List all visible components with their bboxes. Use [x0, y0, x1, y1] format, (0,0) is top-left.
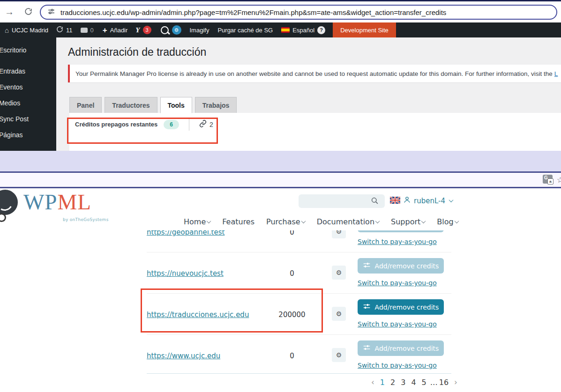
- tab-bar: Panel Traductores Tools Trabajos: [69, 97, 237, 113]
- admin-bar-imagify[interactable]: Imagify: [190, 27, 209, 34]
- search-icon[interactable]: [371, 197, 379, 207]
- add-remove-credits-button[interactable]: Add/remove credits: [358, 299, 444, 315]
- admin-bar-comments[interactable]: 0: [81, 27, 94, 34]
- reload-icon[interactable]: [24, 7, 32, 17]
- wp-admin-main: Administración de traducción Your Permal…: [56, 37, 561, 151]
- tab-trabajos[interactable]: Trabajos: [195, 97, 237, 113]
- row-gear-icon[interactable]: ⚙: [332, 307, 346, 321]
- prev-page-arrow[interactable]: ‹: [371, 377, 374, 387]
- translate-sub-glyph: a: [547, 178, 554, 185]
- site-settings-icon[interactable]: [47, 7, 55, 17]
- site-url-link[interactable]: https://traducciones.ucjc.edu: [147, 311, 249, 319]
- admin-bar-updates[interactable]: 11: [56, 26, 73, 34]
- admin-bar-sg-cache[interactable]: Purgar caché de SG: [217, 27, 273, 34]
- chevron-down-icon: [421, 219, 426, 223]
- next-page-arrow[interactable]: ›: [454, 377, 457, 387]
- screenshot-root: → traducciones.ucjc.edu/wp-admin/admin.p…: [0, 0, 561, 392]
- page-3[interactable]: 3: [401, 378, 405, 387]
- row-gear-icon[interactable]: ⚙: [332, 266, 346, 280]
- page-2[interactable]: 2: [390, 378, 395, 387]
- chevron-down-icon: [449, 198, 454, 202]
- admin-bar-language[interactable]: Español ?: [281, 26, 325, 34]
- credits-value: 200000: [266, 311, 318, 319]
- site-url-link[interactable]: https://nuevoucjc.test: [147, 269, 224, 278]
- url-text[interactable]: traducciones.ucjc.edu/wp-admin/admin.php…: [60, 8, 446, 16]
- page-4[interactable]: 4: [411, 378, 416, 387]
- switch-payg-link[interactable]: Switch to pay-as-you-go: [358, 238, 437, 245]
- wpml-header: WPML by onTheGoSystems rubenL-4 Home Fea…: [0, 188, 561, 230]
- logo-tagline: by onTheGoSystems: [63, 217, 109, 222]
- sidebar-item-paginas[interactable]: Páginas: [0, 127, 56, 143]
- divider: [189, 118, 189, 131]
- chain-icon: [199, 120, 207, 129]
- plus-icon: +: [103, 26, 107, 34]
- wpml-site: https://geopannel.test 0 ⚙ Add/remove cr…: [0, 188, 561, 392]
- help-icon[interactable]: ?: [317, 26, 325, 34]
- yoast-notification-badge: 3: [143, 26, 151, 34]
- wp-sidebar: Escritorio Entradas Eventos Medios Sync …: [0, 37, 56, 151]
- wpml-globe-accent-icon: [0, 213, 6, 222]
- sidebar-item-medios[interactable]: Medios: [0, 95, 56, 111]
- switch-payg-link[interactable]: Switch to pay-as-you-go: [358, 279, 437, 287]
- admin-bar-site[interactable]: ⌂ UCJC Madrid: [5, 27, 48, 34]
- browser-toolbar: → traducciones.ucjc.edu/wp-admin/admin.p…: [0, 0, 561, 22]
- table-row-wwwucjc: https://www.ucjc.edu 0 ⚙ Add/remove cred…: [147, 335, 451, 374]
- page-1[interactable]: 1: [380, 378, 385, 387]
- google-translate-icon[interactable]: G a: [543, 175, 553, 184]
- sidebar-item-sync-post[interactable]: Sync Post: [0, 111, 56, 127]
- site-name[interactable]: UCJC Madrid: [12, 27, 48, 34]
- sliders-icon: [363, 262, 371, 270]
- forward-icon[interactable]: →: [5, 7, 14, 17]
- nav-features[interactable]: Features: [222, 217, 254, 226]
- nav-documentation[interactable]: Documentation: [317, 217, 379, 226]
- gear-icon: ⚙: [172, 25, 181, 35]
- page-16[interactable]: 16: [439, 378, 449, 387]
- wpml-logo[interactable]: WPML: [23, 189, 91, 214]
- spain-flag-icon: [281, 27, 290, 33]
- pagination-ellipsis: …: [430, 378, 437, 387]
- dev-site-badge[interactable]: Development Site: [333, 22, 396, 37]
- sidebar-item-escritorio[interactable]: Escritorio: [0, 42, 56, 58]
- updates-icon: [56, 26, 63, 34]
- q-logo-icon: [161, 26, 169, 34]
- admin-bar-yoast[interactable]: Y 3: [135, 26, 151, 34]
- nav-support[interactable]: Support: [391, 217, 425, 226]
- sidebar-item-eventos[interactable]: Eventos: [0, 79, 56, 95]
- nav-home[interactable]: Home: [184, 217, 210, 226]
- address-bar[interactable]: traducciones.ucjc.edu/wp-admin/admin.php…: [40, 5, 557, 20]
- tools-panel: Créditos prepagos restantes 6 2: [69, 113, 561, 151]
- imagify-label: Imagify: [190, 27, 209, 34]
- admin-bar-new[interactable]: + Añadir: [103, 26, 128, 34]
- admin-bar-settings[interactable]: ⚙: [172, 25, 181, 35]
- wp-admin-bar: ⌂ UCJC Madrid 11 0 + Añadir Y 3 ⚙ Imagif…: [0, 22, 561, 37]
- table-row-nuevoucjc: https://nuevoucjc.test 0 ⚙ Add/remove cr…: [147, 252, 451, 294]
- add-remove-credits-button[interactable]: Add/remove credits: [358, 340, 444, 356]
- switch-payg-link[interactable]: Switch to pay-as-you-go: [358, 320, 437, 328]
- chevron-down-icon: [375, 219, 380, 223]
- tab-panel[interactable]: Panel: [69, 97, 102, 113]
- row-gear-icon[interactable]: ⚙: [332, 348, 346, 362]
- linked-sites[interactable]: 2: [199, 120, 213, 129]
- add-remove-credits-button[interactable]: Add/remove credits: [358, 258, 444, 274]
- dev-site-label: Development Site: [340, 27, 389, 34]
- page-5[interactable]: 5: [422, 378, 426, 387]
- switch-payg-link[interactable]: Switch to pay-as-you-go: [358, 362, 437, 369]
- tab-tools[interactable]: Tools: [160, 97, 192, 113]
- user-menu[interactable]: rubenL-4: [403, 196, 453, 206]
- site-url-link[interactable]: https://www.ucjc.edu: [147, 352, 220, 360]
- prepaid-credits-row: Créditos prepagos restantes 6 2: [75, 118, 213, 131]
- nav-blog[interactable]: Blog: [437, 217, 458, 226]
- credits-value: 0: [266, 352, 318, 360]
- notice-text: Your Permalink Manager Pro license is al…: [75, 70, 553, 77]
- sidebar-item-entradas[interactable]: Entradas: [0, 63, 56, 79]
- notice-link[interactable]: L: [554, 70, 558, 77]
- tab-traductores[interactable]: Traductores: [105, 97, 157, 113]
- links-count: 2: [209, 121, 213, 128]
- bookmark-star-icon[interactable]: ☆: [557, 175, 561, 185]
- admin-bar-query-monitor[interactable]: [161, 26, 169, 34]
- uk-flag-icon[interactable]: [390, 197, 400, 206]
- sites-credits-table: https://geopannel.test 0 ⚙ Add/remove cr…: [147, 211, 451, 374]
- nav-purchase[interactable]: Purchase: [266, 217, 305, 226]
- updates-count: 11: [66, 27, 73, 34]
- wpml-globe-logo-icon: [0, 190, 18, 215]
